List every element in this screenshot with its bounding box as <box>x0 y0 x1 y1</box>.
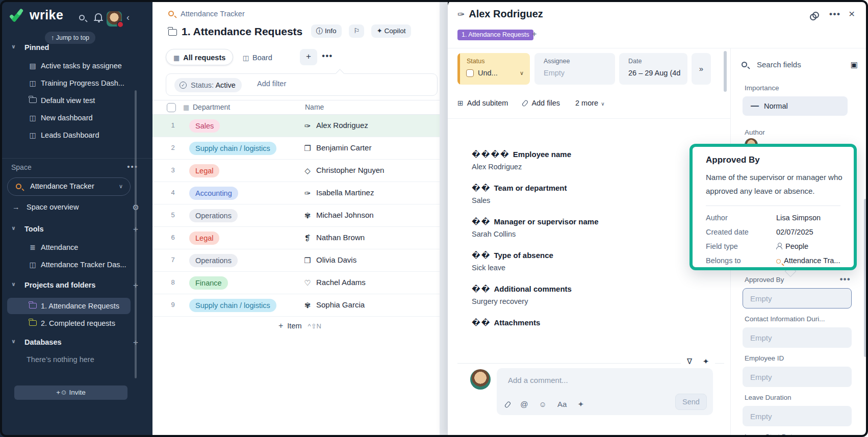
column-header-department[interactable]: Department <box>193 103 230 111</box>
close-icon[interactable]: × <box>849 8 855 20</box>
add-view-button[interactable]: + <box>300 49 317 65</box>
table-row[interactable]: 7 Operations ❒ Olivia Davis <box>152 249 440 272</box>
detail-scrollbar[interactable] <box>724 51 727 92</box>
department-pill[interactable]: Operations <box>189 209 238 222</box>
notifications-bell-icon[interactable] <box>95 13 102 21</box>
add-subitem-button[interactable]: ⊞Add subitem <box>457 99 508 107</box>
table-row[interactable]: 4 Accounting ✑ Isabella Martinez <box>152 182 440 204</box>
department-pill[interactable]: Finance <box>189 276 228 290</box>
request-name[interactable]: Rachel Adams <box>316 278 366 287</box>
department-pill[interactable]: Supply chain / logistics <box>189 142 276 155</box>
table-row[interactable]: 3 Legal ◇ Christopher Nguyen <box>152 160 440 182</box>
toggle-panel-icon[interactable]: ▣ <box>851 60 858 69</box>
comment-input[interactable] <box>507 375 660 385</box>
field-value-box[interactable]: Empty <box>743 327 852 348</box>
importance-field[interactable]: —Normal <box>743 96 848 116</box>
sidebar-pinned-item[interactable]: ◫ Leads Dashboard <box>0 126 152 144</box>
search-icon[interactable] <box>79 13 85 22</box>
pin-icon[interactable]: ⚐ <box>349 24 364 38</box>
request-name[interactable]: Olivia Davis <box>316 255 356 264</box>
department-pill[interactable]: Legal <box>189 164 219 177</box>
info-button[interactable]: ⓘ Info <box>311 24 342 38</box>
table-row[interactable]: 2 Supply chain / logistics ❐ Benjamin Ca… <box>152 137 440 160</box>
table-row[interactable]: 8 Finance ♡ Rachel Adams <box>152 272 440 294</box>
request-name[interactable]: Sophia Garcia <box>316 300 365 309</box>
table-row[interactable]: 6 Legal ❡ Nathan Brown <box>152 227 440 249</box>
pinned-section-header[interactable]: ∨ Pinned <box>0 43 152 54</box>
space-overview-item[interactable]: → Space overview ⚙ <box>0 202 152 215</box>
expand-fields-button[interactable]: » <box>692 53 711 85</box>
attach-paperclip-icon[interactable] <box>506 400 509 408</box>
request-name[interactable]: Benjamin Carter <box>316 143 371 152</box>
collapse-sidebar-icon[interactable]: ‹ <box>126 12 130 23</box>
department-pill[interactable]: Sales <box>189 119 220 133</box>
table-row[interactable]: 5 Operations ✾ Michael Johnson <box>152 204 440 227</box>
request-name[interactable]: Michael Johnson <box>316 211 374 219</box>
divider <box>0 158 152 159</box>
assignee-field[interactable]: Assignee Empty <box>534 53 615 85</box>
task-description[interactable]: ����Employee name Alex Rodriguez ��Team … <box>472 150 711 340</box>
request-name[interactable]: Nathan Brown <box>316 233 365 242</box>
request-name[interactable]: Christopher Nguyen <box>316 166 384 174</box>
databases-section-header[interactable]: ∨ Databases + <box>0 338 152 349</box>
jump-to-top-button[interactable]: ↑ Jump to top <box>45 32 95 44</box>
mention-at-icon[interactable]: @ <box>520 400 528 408</box>
more-fields-button[interactable]: 2 more∨ <box>575 99 604 107</box>
department-pill[interactable]: Legal <box>189 232 219 245</box>
text-format-icon[interactable]: Aa <box>557 400 567 408</box>
invite-button[interactable]: +☺ Invite <box>14 385 127 400</box>
sidebar-project-item[interactable]: 2. Completed requests <box>0 315 152 332</box>
user-avatar[interactable] <box>107 11 122 27</box>
add-files-button[interactable]: Add files <box>523 99 560 107</box>
sidebar-tool-item[interactable]: ≣ Attendance <box>0 239 152 256</box>
filter-comments-funnel-icon[interactable]: ∇ <box>681 357 698 366</box>
send-button[interactable]: Send <box>675 394 707 410</box>
request-name[interactable]: Isabella Martinez <box>316 188 374 197</box>
sidebar-pinned-item[interactable]: Default view test <box>0 92 152 109</box>
ai-sparkle-icon[interactable]: ✦ <box>698 357 714 366</box>
sidebar-tool-item[interactable]: ◫ Attendance Tracker Das... <box>0 256 152 273</box>
add-tag-button[interactable]: + <box>532 30 537 39</box>
tools-section-header[interactable]: ∨ Tools + <box>0 224 152 236</box>
field-value-box[interactable]: Empty <box>743 288 852 309</box>
date-field[interactable]: Date 26 – 29 Aug (4d <box>619 53 687 85</box>
sidebar-scrollbar[interactable] <box>135 90 137 378</box>
space-selector[interactable]: Attendance Tracker ∨ <box>7 177 131 196</box>
fields-scrollbar[interactable] <box>864 199 866 357</box>
sidebar-project-item[interactable]: 1. Attendance Requests <box>0 297 152 315</box>
view-tab[interactable]: ▦All requests <box>166 49 233 65</box>
view-tab[interactable]: ◫Board <box>236 49 279 66</box>
table-row[interactable]: 9 Supply chain / logistics ✾ Sophia Garc… <box>152 294 440 317</box>
list-panel: Attendance Tracker 1. Attendance Request… <box>152 0 440 437</box>
copilot-button[interactable]: ✦ Copilot <box>371 24 411 38</box>
status-checkbox[interactable] <box>466 69 474 77</box>
department-pill[interactable]: Operations <box>189 254 238 267</box>
wrike-logo[interactable]: wrike <box>10 7 71 24</box>
department-pill[interactable]: Accounting <box>189 187 238 200</box>
more-views-dots-icon[interactable]: ••• <box>319 49 336 65</box>
column-header-name[interactable]: Name <box>305 103 324 111</box>
status-field[interactable]: Status Und... ∨ <box>457 53 530 85</box>
meta-label: Belongs to <box>706 256 741 265</box>
ai-assist-sparkle-icon[interactable]: ✦ <box>578 400 584 409</box>
emoji-smiley-icon[interactable]: ☺ <box>539 400 547 408</box>
table-row[interactable]: 1 Sales ✑ Alex Rodriguez <box>152 115 440 137</box>
projects-section-header[interactable]: ∨ Projects and folders + <box>0 280 152 292</box>
field-value-box[interactable]: Empty <box>743 406 852 426</box>
select-all-checkbox[interactable] <box>167 103 176 112</box>
more-actions-dots-icon[interactable]: ••• <box>829 9 840 19</box>
search-fields-input[interactable] <box>756 60 832 69</box>
field-menu-dots-icon[interactable]: ••• <box>840 275 851 284</box>
field-value-box[interactable]: Empty <box>743 367 852 387</box>
add-filter-button[interactable]: Add filter <box>257 80 286 88</box>
sidebar-pinned-item[interactable]: ◫ New dashboard <box>0 109 152 126</box>
request-name[interactable]: Alex Rodriguez <box>316 121 368 130</box>
tab-icon: ◫ <box>243 54 249 62</box>
project-tag[interactable]: 1. Attendance Requests <box>457 30 533 40</box>
sidebar-pinned-item[interactable]: ▤ Active tasks by assignee <box>0 57 152 74</box>
add-item-button[interactable]: +Item^⇧N <box>278 321 321 333</box>
status-filter-pill[interactable]: ✓ Status: Active <box>174 78 242 92</box>
copy-link-icon[interactable] <box>810 11 817 21</box>
sidebar-pinned-item[interactable]: ◫ Training Progress Dash... <box>0 74 152 92</box>
department-pill[interactable]: Supply chain / logistics <box>189 299 276 312</box>
